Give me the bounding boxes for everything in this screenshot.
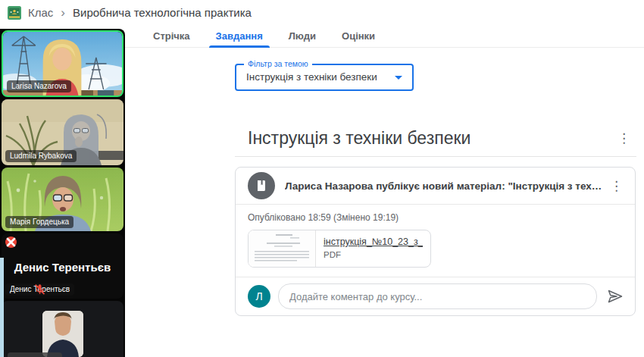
course-tabbar: Стрічка Завдання Люди Оцінки	[125, 25, 644, 48]
window-edge-strip	[0, 258, 4, 357]
participant-display-name: Денис Терентьєв	[2, 261, 123, 274]
attachment-name[interactable]: інструкція_№10_23_з_Т...	[324, 236, 423, 247]
filter-label: Фільтр за темою	[244, 59, 312, 68]
tab-people[interactable]: Люди	[276, 25, 329, 47]
screen: Клас › Виробнича технологічна практика	[0, 0, 644, 357]
participant-tile-3[interactable]: Марія Гордецька	[2, 168, 123, 231]
participant-name: Марія Гордецька	[10, 218, 69, 226]
mic-off-icon	[5, 283, 74, 296]
comment-input[interactable]	[278, 283, 597, 309]
filter-value: Інструкція з техніки безпеки	[236, 65, 412, 89]
tab-classwork[interactable]: Завдання	[203, 25, 276, 47]
tab-stream[interactable]: Стрічка	[140, 25, 203, 47]
participant-tile-5[interactable]	[2, 301, 123, 357]
breadcrumb-course-title[interactable]: Виробнича технологічна практика	[73, 6, 252, 19]
material-title: Лариса Назарова публікує новий матеріал:…	[285, 180, 604, 192]
participant-name-label	[8, 352, 62, 357]
material-card: Лариса Назарова публікує новий матеріал:…	[235, 167, 636, 316]
attachment-meta: інструкція_№10_23_з_Т... PDF	[316, 230, 430, 267]
material-card-body: Опубліковано 18:59 (Змінено 19:19)	[236, 205, 635, 277]
participant-tile-4[interactable]: Денис Терентьєв Денис Терентьєв	[2, 233, 123, 299]
breadcrumb-root[interactable]: Клас	[28, 6, 53, 19]
send-button[interactable]	[605, 286, 626, 307]
close-icon[interactable]	[5, 236, 17, 248]
participant-name-label: Ludmila Rybakova	[5, 150, 77, 162]
classroom-logo-icon[interactable]	[8, 6, 21, 20]
topic-filter-select[interactable]: Фільтр за темою Інструкція з техніки без…	[235, 64, 414, 91]
topic-menu-button[interactable]: ⋮	[611, 129, 636, 148]
comment-row: Л	[236, 277, 635, 315]
participant-photo-avatar	[42, 311, 83, 357]
participant-tile-1[interactable]: Larisa Nazarova	[2, 30, 123, 97]
meet-panel: Larisa Nazarova	[0, 29, 125, 357]
avatar: Л	[248, 285, 270, 308]
topic-divider	[235, 156, 636, 157]
topic-header: Інструкція з техніки безпеки ⋮	[235, 121, 636, 155]
attachment-type: PDF	[324, 250, 423, 259]
tab-grades[interactable]: Оцінки	[329, 25, 388, 47]
send-icon	[606, 287, 624, 305]
participant-name: Larisa Nazarova	[11, 83, 67, 90]
published-timestamp: Опубліковано 18:59 (Змінено 19:19)	[248, 212, 623, 223]
attachment-card[interactable]: інструкція_№10_23_з_Т... PDF	[248, 230, 431, 268]
chevron-down-icon	[395, 76, 402, 80]
material-menu-button[interactable]: ⋮	[604, 177, 629, 196]
participant-name-label: Денис Терентьєв	[5, 283, 74, 296]
attachment-thumbnail	[249, 230, 316, 267]
material-icon	[248, 172, 275, 199]
participant-name: Ludmila Rybakova	[10, 152, 72, 160]
breadcrumb-separator-icon: ›	[61, 6, 65, 19]
material-card-header[interactable]: Лариса Назарова публікує новий матеріал:…	[236, 168, 635, 204]
topic-title: Інструкція з техніки безпеки	[248, 128, 611, 149]
app-header: Клас › Виробнича технологічна практика	[0, 0, 644, 25]
participant-tile-2[interactable]: Ludmila Rybakova	[2, 99, 123, 165]
participant-name-label: Larisa Nazarova	[7, 80, 71, 92]
participant-name-label: Марія Гордецька	[5, 216, 73, 228]
